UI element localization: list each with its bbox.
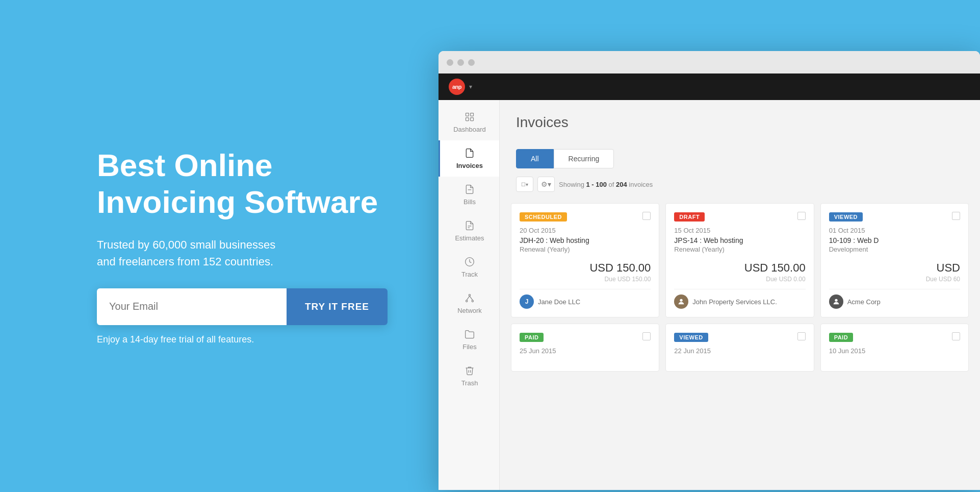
invoice-date: 22 Jun 2015	[674, 347, 805, 355]
invoice-card: DRAFT 15 Oct 2015 JPS-14 : Web hosting R…	[665, 203, 814, 317]
trial-note: Enjoy a 14-day free trial of all feature…	[97, 334, 439, 345]
invoice-checkbox[interactable]	[642, 332, 651, 340]
try-free-button[interactable]: TRY IT FREE	[287, 288, 388, 325]
hero-subtitle: Trusted by 60,000 small businesses and f…	[97, 236, 439, 270]
results-count: Showing 1 - 100 of 204 invoices	[559, 181, 653, 188]
invoice-date: 01 Oct 2015	[829, 227, 960, 234]
hero-title: Best Online Invoicing Software	[97, 147, 439, 220]
svg-rect-0	[466, 113, 469, 116]
track-icon	[464, 256, 475, 267]
sidebar-label-dashboard: Dashboard	[453, 126, 486, 133]
checkbox-icon: ☐▾	[521, 182, 528, 187]
invoice-due: Due USD 0.00	[674, 276, 805, 283]
sidebar-item-dashboard[interactable]: Dashboard	[439, 104, 499, 140]
sidebar-item-bills[interactable]: Bills	[439, 177, 499, 213]
invoice-checkbox[interactable]	[797, 332, 806, 340]
invoices-icon	[464, 147, 475, 159]
browser-dot-green	[468, 59, 475, 66]
status-badge: PAID	[829, 333, 853, 342]
invoice-card: PAID 10 Jun 2015	[820, 324, 969, 372]
svg-rect-1	[471, 113, 474, 116]
invoice-client: Acme Corp	[829, 289, 960, 309]
svg-point-14	[835, 299, 837, 302]
app-preview: anp ▾ Dashboard	[439, 0, 980, 492]
sidebar-item-invoices[interactable]: Invoices	[439, 140, 499, 177]
hero-section: Best Online Invoicing Software Trusted b…	[0, 0, 439, 492]
sidebar: Dashboard Invoices Bills	[439, 100, 500, 490]
dashboard-icon	[464, 111, 475, 122]
trash-icon	[464, 365, 475, 376]
invoice-name: JPS-14 : Web hosting	[674, 236, 805, 244]
network-icon	[464, 292, 475, 304]
app-wrapper: anp ▾ Dashboard	[439, 73, 980, 490]
invoice-due: Due USD 150.00	[520, 276, 651, 283]
invoice-desc: Development	[829, 245, 960, 253]
sidebar-label-files: Files	[462, 343, 476, 351]
sidebar-label-track: Track	[461, 270, 478, 278]
browser-dot-yellow	[457, 59, 464, 66]
sidebar-item-estimates[interactable]: Estimates	[439, 213, 499, 249]
svg-rect-3	[471, 118, 474, 121]
svg-point-8	[469, 294, 470, 296]
files-icon	[464, 329, 475, 340]
invoice-desc: Renewal (Yearly)	[520, 245, 651, 253]
sidebar-item-trash[interactable]: Trash	[439, 358, 499, 394]
svg-line-11	[467, 296, 470, 300]
invoice-card: PAID 25 Jun 2015	[511, 324, 659, 372]
invoice-client: John Property Services LLC.	[674, 289, 805, 309]
invoice-checkbox[interactable]	[952, 212, 960, 220]
invoice-amount: USD 150.00	[674, 261, 805, 275]
invoice-card: SCHEDULED 20 Oct 2015 JDH-20 : Web hosti…	[511, 203, 659, 317]
email-input[interactable]	[97, 288, 287, 325]
gear-dropdown[interactable]: ⚙▾	[537, 177, 555, 192]
content-area: Invoices All Recurring ☐▾ ⚙▾	[500, 100, 980, 490]
svg-point-13	[680, 299, 683, 302]
invoice-checkbox[interactable]	[797, 212, 806, 220]
svg-rect-2	[466, 118, 469, 121]
svg-line-12	[470, 296, 473, 300]
app-main: Dashboard Invoices Bills	[439, 100, 980, 490]
tab-all[interactable]: All	[516, 149, 554, 168]
sidebar-label-invoices: Invoices	[456, 162, 483, 169]
status-badge: VIEWED	[674, 333, 708, 342]
sidebar-label-network: Network	[457, 307, 482, 314]
invoice-amount: USD	[829, 261, 960, 275]
email-form: TRY IT FREE	[97, 288, 388, 325]
sidebar-label-bills: Bills	[463, 198, 476, 206]
client-name: Jane Doe LLC	[538, 298, 580, 306]
client-name: John Property Services LLC.	[692, 298, 777, 306]
filter-tabs: All Recurring	[516, 149, 964, 168]
sidebar-item-files[interactable]: Files	[439, 322, 499, 358]
invoice-date: 20 Oct 2015	[520, 227, 651, 234]
invoice-date: 15 Oct 2015	[674, 227, 805, 234]
tab-recurring[interactable]: Recurring	[554, 149, 614, 168]
gear-icon: ⚙▾	[541, 180, 551, 188]
sidebar-label-trash: Trash	[461, 379, 478, 387]
invoice-card: VIEWED 22 Jun 2015	[665, 324, 814, 372]
client-avatar	[674, 294, 688, 309]
browser-dot-red	[447, 59, 453, 66]
status-badge: DRAFT	[674, 212, 705, 222]
invoice-checkbox[interactable]	[952, 332, 960, 340]
app-topnav: anp ▾	[439, 73, 980, 100]
invoice-date: 25 Jun 2015	[520, 347, 651, 355]
invoice-amount: USD 150.00	[520, 261, 651, 275]
browser-titlebar	[439, 51, 980, 73]
invoice-desc: Renewal (Yearly)	[674, 245, 805, 253]
select-dropdown[interactable]: ☐▾	[516, 177, 533, 192]
invoice-client: J Jane Doe LLC	[520, 289, 651, 309]
browser-window: anp ▾ Dashboard	[439, 51, 980, 490]
status-badge: PAID	[520, 333, 544, 342]
sidebar-item-network[interactable]: Network	[439, 285, 499, 322]
bills-icon	[464, 184, 475, 195]
svg-point-9	[466, 300, 468, 302]
content-title: Invoices	[516, 114, 964, 131]
invoice-checkbox[interactable]	[642, 212, 651, 220]
invoice-name: 10-109 : Web D	[829, 236, 960, 244]
sidebar-item-track[interactable]: Track	[439, 249, 499, 285]
invoice-date: 10 Jun 2015	[829, 347, 960, 355]
client-name: Acme Corp	[847, 298, 881, 306]
sidebar-label-estimates: Estimates	[455, 234, 484, 242]
logo-chevron-icon: ▾	[469, 83, 472, 90]
invoice-name: JDH-20 : Web hosting	[520, 236, 651, 244]
